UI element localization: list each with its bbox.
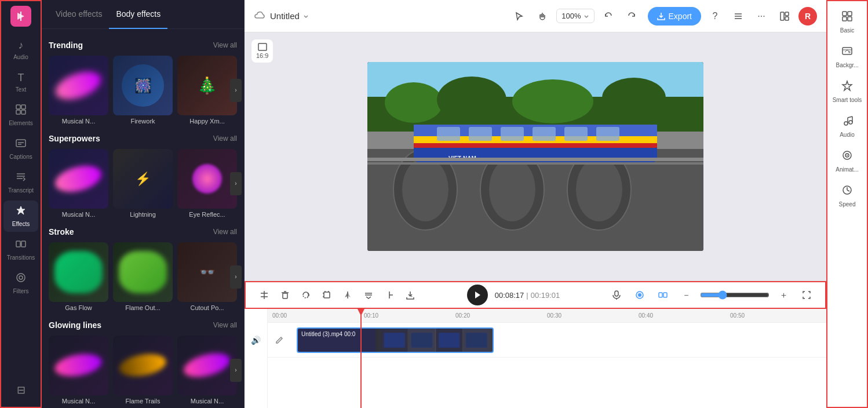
delete-btn[interactable] (276, 286, 294, 304)
stroke-view-all[interactable]: View all (213, 228, 237, 236)
stroke-next-btn[interactable]: › (230, 265, 242, 289)
effect-musical-n1[interactable]: Musical N... (49, 56, 108, 125)
trending-view-all[interactable]: View all (213, 41, 237, 49)
glowing-view-all[interactable]: View all (213, 321, 237, 329)
top-bar-left: Untitled (254, 9, 503, 23)
redo-btn[interactable] (622, 7, 641, 26)
tab-video-effects[interactable]: Video effects (49, 0, 109, 29)
svg-rect-83 (843, 12, 847, 16)
zoom-select[interactable]: 100% (556, 9, 594, 23)
superpowers-next-btn[interactable]: › (230, 172, 242, 195)
effect-label-happy: Happy Xm... (177, 118, 237, 125)
glowing-title: Glowing lines (49, 320, 101, 330)
fullscreen-btn[interactable] (797, 286, 816, 304)
zoom-in-btn[interactable]: ＋ (774, 286, 793, 304)
effect-thumb-glow2 (113, 336, 173, 395)
tab-body-effects[interactable]: Body effects (109, 0, 167, 29)
mic-btn[interactable] (607, 286, 626, 304)
svg-rect-74 (663, 293, 667, 297)
track-edit-icon[interactable] (268, 336, 291, 344)
svg-rect-48 (367, 158, 703, 161)
timeline-content: 🔊 00:00 00:10 00:20 00:30 00:40 00:50 (245, 309, 826, 408)
user-avatar[interactable]: R (798, 7, 817, 26)
effect-firework[interactable]: 🎆 Firework (113, 56, 173, 125)
adjust-btn[interactable] (380, 286, 399, 304)
effect-happy-xm[interactable]: 🎄 Happy Xm... (177, 56, 237, 125)
sidebar-item-filters[interactable]: Filters (3, 268, 38, 299)
effect-musical-n4[interactable]: Musical N... (177, 336, 237, 405)
zoom-out-btn[interactable]: － (677, 286, 695, 304)
superpowers-view-all[interactable]: View all (213, 134, 237, 143)
sidebar-item-audio[interactable]: ♪ Audio (3, 35, 38, 65)
svg-rect-45 (564, 127, 588, 141)
effect-gas-flow[interactable]: Gas Flow (49, 242, 108, 311)
effect-cutout-po[interactable]: 👓 Cutout Po... (177, 242, 237, 311)
superpowers-title: Superpowers (49, 134, 100, 143)
hand-tool-btn[interactable] (533, 7, 552, 26)
effect-musical-n2[interactable]: Musical N... (49, 149, 108, 218)
effect-thumb-happy: 🎄 (177, 56, 237, 115)
main-area: Untitled 100% (245, 0, 826, 408)
reorder-btn[interactable] (359, 286, 378, 304)
zoom-slider[interactable] (700, 290, 769, 300)
glowing-next-btn[interactable]: › (230, 359, 242, 382)
crop-btn[interactable] (318, 286, 336, 304)
project-name[interactable]: Untitled (270, 11, 310, 21)
sidebar-item-transcript[interactable]: Transcript (3, 167, 38, 198)
effect-label-cutout: Cutout Po... (177, 304, 237, 311)
svg-rect-53 (283, 293, 287, 298)
help-btn[interactable]: ? (706, 7, 724, 26)
split-track-btn[interactable] (654, 286, 672, 304)
mark-0040: 00:40 (639, 312, 730, 319)
svg-line-95 (848, 116, 852, 118)
video-clip[interactable]: Untitled (3).mp4 00:0 (297, 327, 494, 353)
top-bar-right: Export ? ··· R (648, 7, 817, 26)
download-btn[interactable] (401, 286, 420, 304)
rp-animate[interactable]: Animat... (829, 145, 866, 177)
rp-audio[interactable]: Audio (829, 110, 866, 143)
timeline-tracks-area: 00:00 00:10 00:20 00:30 00:40 00:50 (268, 309, 826, 408)
cursor-tool-btn[interactable] (510, 7, 528, 26)
queue-btn[interactable] (729, 7, 747, 26)
svg-rect-42 (469, 127, 492, 141)
svg-rect-86 (848, 17, 852, 21)
more-options-btn[interactable]: ··· (752, 7, 771, 26)
effect-flame-out[interactable]: Flame Out... (113, 242, 173, 311)
layout-btn[interactable] (775, 7, 794, 26)
sidebar-item-more[interactable]: ⊟ (3, 379, 38, 401)
effect-flame-trails[interactable]: Flame Trails (113, 336, 173, 405)
more-icon: ⊟ (17, 384, 25, 396)
aspect-ratio-button[interactable]: 16:9 (251, 39, 273, 63)
split-btn[interactable] (255, 286, 273, 304)
top-bar: Untitled 100% (245, 0, 826, 32)
effect-musical-n3[interactable]: Musical N... (49, 336, 108, 405)
trending-next-btn[interactable]: › (230, 79, 242, 102)
mark-0030: 00:30 (547, 312, 639, 319)
effect-thumb-glow1 (49, 336, 108, 395)
effect-label-musical1: Musical N... (49, 118, 108, 125)
thumb-art-cutout: 👓 (177, 242, 237, 302)
effect-thumb-firework: 🎆 (113, 56, 173, 115)
rp-basic[interactable]: Basic (829, 6, 866, 38)
loop-btn[interactable] (297, 286, 315, 304)
rp-speed[interactable]: Speed (829, 180, 866, 212)
sidebar-item-captions[interactable]: Captions (3, 133, 38, 165)
sidebar-item-text[interactable]: T Text (3, 67, 38, 97)
svg-rect-1 (16, 105, 20, 109)
rp-smart-tools[interactable]: Smart tools (829, 75, 866, 108)
svg-rect-56 (324, 292, 330, 298)
basic-icon (841, 10, 853, 25)
effect-eye-reflec[interactable]: Eye Reflec... (177, 149, 237, 218)
sidebar-item-elements[interactable]: Elements (3, 100, 38, 131)
playhead[interactable] (360, 309, 362, 408)
export-button[interactable]: Export (648, 7, 701, 26)
play-button[interactable] (467, 285, 488, 305)
svg-rect-82 (466, 333, 487, 347)
voice-btn[interactable] (630, 286, 649, 304)
rp-background[interactable]: Backgr... (829, 41, 866, 73)
effect-lightning[interactable]: ⚡ Lightning (113, 149, 173, 218)
undo-btn[interactable] (599, 7, 618, 26)
flip-btn[interactable] (338, 286, 357, 304)
sidebar-item-effects[interactable]: Effects (3, 201, 38, 232)
sidebar-item-transitions[interactable]: Transitions (3, 234, 38, 265)
